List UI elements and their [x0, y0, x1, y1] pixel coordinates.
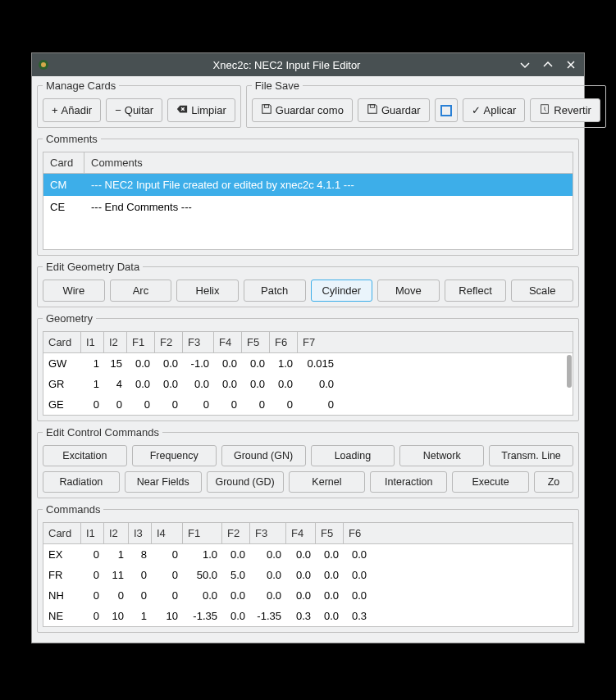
maximize-button[interactable]	[540, 57, 556, 73]
control-buttons-row2: RadiationNear FieldsGround (GD)KernelInt…	[43, 471, 573, 493]
th-f7[interactable]: F7	[298, 332, 573, 352]
control-buttons-row1: ExcitationFrequencyGround (GN)LoadingNet…	[43, 445, 573, 466]
remove-button[interactable]: −Quitar	[106, 98, 162, 122]
cell: 0.0	[242, 356, 270, 371]
ground-gn--button[interactable]: Ground (GN)	[221, 445, 306, 466]
revert-button[interactable]: Revertir	[530, 98, 600, 122]
patch-button[interactable]: Patch	[244, 280, 306, 302]
save-as-icon	[261, 103, 272, 117]
edit-geometry-group: Edit Geometry Data WireArcHelixPatchCyli…	[37, 261, 579, 307]
command-row[interactable]: NE010110-1.350.0-1.350.30.00.3	[43, 606, 573, 626]
comments-legend: Comments	[43, 133, 101, 145]
save-as-button[interactable]: Guardar como	[252, 98, 353, 122]
cell: 0	[298, 397, 339, 412]
th-i3[interactable]: I3	[129, 523, 152, 543]
comment-row[interactable]: CE--- End Comments ---	[43, 196, 573, 218]
th-i2[interactable]: I2	[104, 523, 129, 543]
cell: GE	[43, 397, 81, 412]
th-i4[interactable]: I4	[152, 523, 183, 543]
th-card[interactable]: Card	[43, 152, 84, 173]
transm-line-button[interactable]: Transm. Line	[489, 445, 573, 466]
edit-control-group: Edit Control Commands ExcitationFrequenc…	[37, 426, 579, 498]
clear-button[interactable]: Limpiar	[167, 98, 235, 122]
close-button[interactable]	[563, 57, 579, 73]
move-button[interactable]: Move	[377, 280, 440, 302]
comment-row[interactable]: CM--- NEC2 Input File created or edited …	[43, 174, 573, 196]
th-card[interactable]: Card	[43, 523, 81, 543]
commands-body[interactable]: EX01801.00.00.00.00.00.0FR0110050.05.00.…	[43, 544, 573, 626]
wire-button[interactable]: Wire	[43, 280, 105, 302]
th-card[interactable]: Card	[43, 332, 81, 352]
th-f4[interactable]: F4	[286, 523, 316, 543]
scale-button[interactable]: Scale	[511, 280, 573, 302]
cell: 4	[104, 376, 127, 392]
geometry-legend: Geometry	[43, 312, 96, 325]
command-row[interactable]: FR0110050.05.00.00.00.00.0	[43, 565, 573, 585]
th-f5[interactable]: F5	[242, 332, 270, 352]
cylinder-button[interactable]: Cylinder	[311, 280, 373, 302]
svg-point-1	[41, 62, 46, 67]
geometry-row[interactable]: GE000000000	[43, 394, 573, 415]
th-f5[interactable]: F5	[316, 523, 344, 543]
arc-button[interactable]: Arc	[110, 280, 172, 302]
frequency-button[interactable]: Frequency	[132, 445, 217, 466]
execute-button[interactable]: Execute	[452, 471, 529, 493]
cell: -1.0	[183, 356, 214, 371]
cell: EX	[43, 547, 81, 562]
th-i1[interactable]: I1	[81, 523, 104, 543]
maximize-canvas-button[interactable]	[435, 98, 458, 122]
cell: 0.0	[250, 547, 286, 562]
th-f2[interactable]: F2	[222, 523, 250, 543]
scrollbar[interactable]	[566, 353, 573, 415]
cell: 0.0	[316, 588, 344, 603]
save-button[interactable]: Guardar	[358, 98, 430, 122]
save-icon	[367, 103, 378, 117]
cell: 0	[104, 588, 129, 603]
th-f4[interactable]: F4	[214, 332, 242, 352]
geometry-body[interactable]: GW1150.00.0-1.00.00.01.00.015GR140.00.00…	[43, 353, 573, 415]
geometry-group: Geometry CardI1I2F1F2F3F4F5F6F7 GW1150.0…	[37, 312, 579, 421]
ground-gd--button[interactable]: Ground (GD)	[207, 471, 284, 493]
cell: 11	[104, 567, 129, 583]
zo-button[interactable]: Zo	[534, 471, 573, 493]
comments-body[interactable]: CM--- NEC2 Input File created or edited …	[43, 174, 573, 249]
th-f1[interactable]: F1	[183, 523, 222, 543]
geometry-row[interactable]: GR140.00.00.00.00.00.00.0	[43, 374, 573, 394]
network-button[interactable]: Network	[399, 445, 484, 466]
excitation-button[interactable]: Excitation	[43, 445, 127, 466]
cell: 0	[270, 397, 298, 412]
loading-button[interactable]: Loading	[311, 445, 395, 466]
near-fields-button[interactable]: Near Fields	[125, 471, 202, 493]
cell: 15	[104, 356, 127, 371]
scrollbar-thumb[interactable]	[567, 355, 572, 388]
cell: 10	[152, 608, 183, 624]
th-f3[interactable]: F3	[183, 332, 214, 352]
th-f3[interactable]: F3	[250, 523, 286, 543]
th-f6[interactable]: F6	[270, 332, 298, 352]
th-i1[interactable]: I1	[81, 332, 104, 352]
th-f1[interactable]: F1	[127, 332, 155, 352]
cell: 0.0	[222, 588, 250, 603]
cell: -1.35	[183, 608, 222, 624]
helix-button[interactable]: Helix	[176, 280, 239, 302]
apply-button[interactable]: ✓Aplicar	[463, 98, 526, 122]
th-f2[interactable]: F2	[155, 332, 183, 352]
titlebar[interactable]: Xnec2c: NEC2 Input File Editor	[32, 53, 584, 76]
add-button[interactable]: +Añadir	[43, 98, 101, 122]
cell: 0.0	[298, 376, 339, 392]
cell: 0	[104, 397, 127, 412]
interaction-button[interactable]: Interaction	[370, 471, 447, 493]
kernel-button[interactable]: Kernel	[289, 471, 366, 493]
command-row[interactable]: EX01801.00.00.00.00.00.0	[43, 544, 573, 565]
command-row[interactable]: NH00000.00.00.00.00.00.0	[43, 585, 573, 606]
cell: 0.0	[286, 588, 316, 603]
reflect-button[interactable]: Reflect	[445, 280, 507, 302]
geometry-row[interactable]: GW1150.00.0-1.00.00.01.00.015	[43, 353, 573, 374]
geometry-table: CardI1I2F1F2F3F4F5F6F7 GW1150.00.0-1.00.…	[43, 331, 573, 416]
radiation-button[interactable]: Radiation	[43, 471, 120, 493]
th-comments[interactable]: Comments	[84, 152, 573, 173]
edit-geometry-legend: Edit Geometry Data	[43, 261, 143, 273]
th-i2[interactable]: I2	[104, 332, 127, 352]
minimize-button[interactable]	[517, 57, 533, 73]
th-f6[interactable]: F6	[344, 523, 573, 543]
